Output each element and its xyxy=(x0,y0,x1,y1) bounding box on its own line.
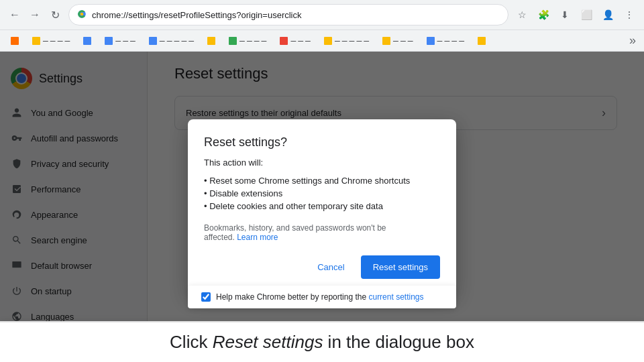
dialog-subtitle: This action will: xyxy=(204,158,440,168)
checkbox-container: Help make Chrome better by reporting the… xyxy=(188,286,456,308)
reload-button[interactable]: ↻ xyxy=(46,5,64,24)
bookmark-favicon xyxy=(83,37,91,45)
bookmark-item[interactable]: ─ ─ ─ ─ ─ xyxy=(144,36,199,46)
bookmark-item[interactable]: ─ ─ ─ ─ xyxy=(27,36,75,46)
back-button[interactable]: ← xyxy=(5,5,24,24)
bookmark-item[interactable]: ─ ─ ─ ─ xyxy=(223,36,272,46)
bookmark-favicon xyxy=(11,37,19,45)
bookmark-favicon xyxy=(382,37,390,45)
current-settings-link[interactable]: current settings xyxy=(368,292,423,302)
dialog-item-2: Disable extensions xyxy=(204,187,440,200)
bookmark-item[interactable] xyxy=(5,36,24,46)
window-button[interactable]: ⬜ xyxy=(577,5,596,24)
instruction-text: Click Reset settings in the dialogue box xyxy=(170,332,474,353)
reset-dialog: Reset settings? This action will: Reset … xyxy=(188,119,456,295)
dialog-actions: Cancel Reset settings xyxy=(204,255,440,279)
bookmark-favicon xyxy=(324,37,332,45)
browser-toolbar: ← → ↻ chrome://settings/resetProfileSett… xyxy=(0,0,644,30)
bookmark-favicon xyxy=(478,37,486,45)
reset-settings-button[interactable]: Reset settings xyxy=(361,255,440,279)
svg-point-1 xyxy=(80,12,84,15)
dialog-items-list: Reset some Chrome settings and Chrome sh… xyxy=(204,174,440,213)
bookmark-item[interactable] xyxy=(78,36,97,46)
help-chrome-checkbox[interactable] xyxy=(201,292,211,302)
bookmark-favicon xyxy=(427,37,435,45)
bookmark-favicon xyxy=(207,37,215,45)
bookmark-item[interactable] xyxy=(202,36,221,46)
instruction-bar: Click Reset settings in the dialogue box xyxy=(0,321,644,362)
bookmark-item[interactable]: ─ ─ ─ xyxy=(99,36,141,46)
dialog-item-1: Reset some Chrome settings and Chrome sh… xyxy=(204,174,440,187)
bookmark-favicon xyxy=(105,37,113,45)
menu-button[interactable]: ⋮ xyxy=(620,5,639,24)
bookmark-favicon xyxy=(149,37,157,45)
bookmarks-bar: ─ ─ ─ ─ ─ ─ ─ ─ ─ ─ ─ ─ ─ ─ ─ ─ ─ ─ ─ ─ … xyxy=(0,30,644,52)
dialog-item-3: Delete cookies and other temporary site … xyxy=(204,200,440,213)
dialog-note: Bookmarks, history, and saved passwords … xyxy=(204,223,440,242)
profile-button[interactable]: 👤 xyxy=(598,5,617,24)
page-content: Settings You and Google Autofill and pas… xyxy=(0,52,644,362)
address-text: chrome://settings/resetProfileSettings?o… xyxy=(92,10,500,20)
extension-button[interactable]: 🧩 xyxy=(534,5,553,24)
bookmark-favicon xyxy=(280,37,288,45)
bookmark-item[interactable]: ─ ─ ─ ─ xyxy=(421,36,470,46)
bookmark-favicon xyxy=(32,37,40,45)
bookmark-favicon xyxy=(229,37,237,45)
bookmark-item[interactable]: ─ ─ ─ ─ ─ xyxy=(319,36,374,46)
learn-more-link[interactable]: Learn more xyxy=(237,233,278,242)
bookmark-star-button[interactable]: ☆ xyxy=(513,5,531,24)
nav-buttons: ← → ↻ xyxy=(5,5,64,24)
download-button[interactable]: ⬇ xyxy=(555,5,574,24)
bookmark-item[interactable] xyxy=(472,36,491,46)
checkbox-label: Help make Chrome better by reporting the… xyxy=(216,292,424,302)
dialog-title: Reset settings? xyxy=(204,135,440,149)
chrome-logo-small xyxy=(77,9,87,21)
cancel-button[interactable]: Cancel xyxy=(307,255,355,279)
forward-button[interactable]: → xyxy=(25,5,44,24)
bookmark-item[interactable]: ─ ─ ─ xyxy=(274,36,316,46)
address-bar[interactable]: chrome://settings/resetProfileSettings?o… xyxy=(68,4,508,25)
toolbar-icons: ☆ 🧩 ⬇ ⬜ 👤 ⋮ xyxy=(513,5,639,24)
modal-overlay: Reset settings? This action will: Reset … xyxy=(0,52,644,362)
bookmark-item[interactable]: ─ ─ ─ xyxy=(377,36,419,46)
bookmarks-more-button[interactable]: » xyxy=(627,34,639,48)
browser-frame: ← → ↻ chrome://settings/resetProfileSett… xyxy=(0,0,644,362)
